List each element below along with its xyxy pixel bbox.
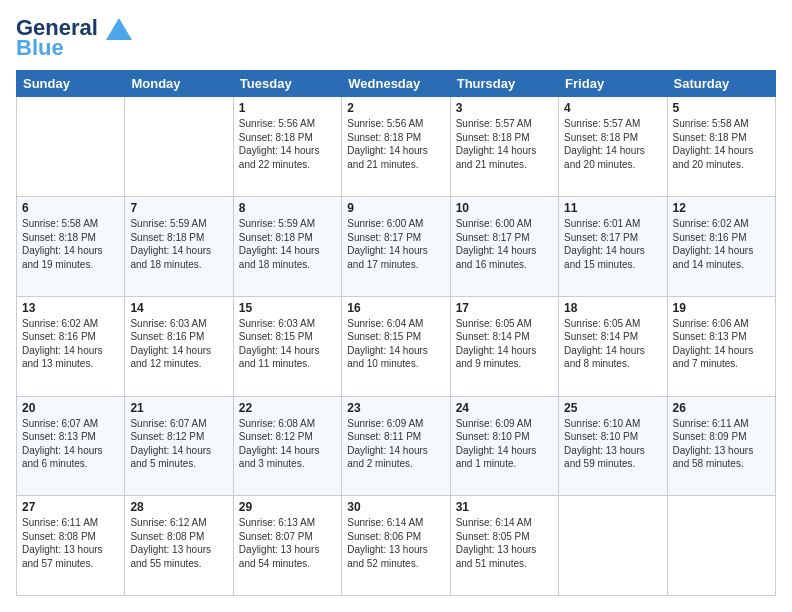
day-number: 10 bbox=[456, 201, 553, 215]
calendar-header-sunday: Sunday bbox=[17, 71, 125, 97]
cell-content: Sunrise: 5:56 AM Sunset: 8:18 PM Dayligh… bbox=[347, 117, 444, 171]
calendar-week-4: 20Sunrise: 6:07 AM Sunset: 8:13 PM Dayli… bbox=[17, 396, 776, 496]
day-number: 11 bbox=[564, 201, 661, 215]
cell-content: Sunrise: 5:59 AM Sunset: 8:18 PM Dayligh… bbox=[239, 217, 336, 271]
calendar-cell bbox=[125, 97, 233, 197]
day-number: 14 bbox=[130, 301, 227, 315]
day-number: 6 bbox=[22, 201, 119, 215]
day-number: 12 bbox=[673, 201, 770, 215]
calendar-cell: 3Sunrise: 5:57 AM Sunset: 8:18 PM Daylig… bbox=[450, 97, 558, 197]
cell-content: Sunrise: 6:04 AM Sunset: 8:15 PM Dayligh… bbox=[347, 317, 444, 371]
calendar-header-thursday: Thursday bbox=[450, 71, 558, 97]
cell-content: Sunrise: 6:01 AM Sunset: 8:17 PM Dayligh… bbox=[564, 217, 661, 271]
calendar-week-3: 13Sunrise: 6:02 AM Sunset: 8:16 PM Dayli… bbox=[17, 296, 776, 396]
calendar-cell: 4Sunrise: 5:57 AM Sunset: 8:18 PM Daylig… bbox=[559, 97, 667, 197]
cell-content: Sunrise: 6:11 AM Sunset: 8:09 PM Dayligh… bbox=[673, 417, 770, 471]
calendar-cell: 26Sunrise: 6:11 AM Sunset: 8:09 PM Dayli… bbox=[667, 396, 775, 496]
cell-content: Sunrise: 5:57 AM Sunset: 8:18 PM Dayligh… bbox=[456, 117, 553, 171]
calendar-cell: 23Sunrise: 6:09 AM Sunset: 8:11 PM Dayli… bbox=[342, 396, 450, 496]
logo: General Blue bbox=[16, 16, 132, 60]
day-number: 3 bbox=[456, 101, 553, 115]
calendar-cell: 31Sunrise: 6:14 AM Sunset: 8:05 PM Dayli… bbox=[450, 496, 558, 596]
calendar-cell: 15Sunrise: 6:03 AM Sunset: 8:15 PM Dayli… bbox=[233, 296, 341, 396]
calendar-header-wednesday: Wednesday bbox=[342, 71, 450, 97]
calendar-cell: 17Sunrise: 6:05 AM Sunset: 8:14 PM Dayli… bbox=[450, 296, 558, 396]
cell-content: Sunrise: 5:58 AM Sunset: 8:18 PM Dayligh… bbox=[673, 117, 770, 171]
cell-content: Sunrise: 6:02 AM Sunset: 8:16 PM Dayligh… bbox=[673, 217, 770, 271]
calendar-header-row: SundayMondayTuesdayWednesdayThursdayFrid… bbox=[17, 71, 776, 97]
cell-content: Sunrise: 6:00 AM Sunset: 8:17 PM Dayligh… bbox=[347, 217, 444, 271]
cell-content: Sunrise: 6:05 AM Sunset: 8:14 PM Dayligh… bbox=[564, 317, 661, 371]
calendar-header-saturday: Saturday bbox=[667, 71, 775, 97]
cell-content: Sunrise: 6:10 AM Sunset: 8:10 PM Dayligh… bbox=[564, 417, 661, 471]
calendar-header-tuesday: Tuesday bbox=[233, 71, 341, 97]
calendar-cell: 28Sunrise: 6:12 AM Sunset: 8:08 PM Dayli… bbox=[125, 496, 233, 596]
calendar-cell: 16Sunrise: 6:04 AM Sunset: 8:15 PM Dayli… bbox=[342, 296, 450, 396]
day-number: 4 bbox=[564, 101, 661, 115]
cell-content: Sunrise: 6:00 AM Sunset: 8:17 PM Dayligh… bbox=[456, 217, 553, 271]
day-number: 25 bbox=[564, 401, 661, 415]
day-number: 7 bbox=[130, 201, 227, 215]
day-number: 20 bbox=[22, 401, 119, 415]
cell-content: Sunrise: 6:06 AM Sunset: 8:13 PM Dayligh… bbox=[673, 317, 770, 371]
day-number: 9 bbox=[347, 201, 444, 215]
cell-content: Sunrise: 6:05 AM Sunset: 8:14 PM Dayligh… bbox=[456, 317, 553, 371]
calendar-week-1: 1Sunrise: 5:56 AM Sunset: 8:18 PM Daylig… bbox=[17, 97, 776, 197]
cell-content: Sunrise: 6:14 AM Sunset: 8:06 PM Dayligh… bbox=[347, 516, 444, 570]
calendar-cell: 2Sunrise: 5:56 AM Sunset: 8:18 PM Daylig… bbox=[342, 97, 450, 197]
cell-content: Sunrise: 6:07 AM Sunset: 8:13 PM Dayligh… bbox=[22, 417, 119, 471]
cell-content: Sunrise: 5:56 AM Sunset: 8:18 PM Dayligh… bbox=[239, 117, 336, 171]
calendar-week-5: 27Sunrise: 6:11 AM Sunset: 8:08 PM Dayli… bbox=[17, 496, 776, 596]
day-number: 15 bbox=[239, 301, 336, 315]
calendar-cell: 27Sunrise: 6:11 AM Sunset: 8:08 PM Dayli… bbox=[17, 496, 125, 596]
calendar-cell: 6Sunrise: 5:58 AM Sunset: 8:18 PM Daylig… bbox=[17, 197, 125, 297]
calendar-header-friday: Friday bbox=[559, 71, 667, 97]
cell-content: Sunrise: 6:07 AM Sunset: 8:12 PM Dayligh… bbox=[130, 417, 227, 471]
calendar-cell: 22Sunrise: 6:08 AM Sunset: 8:12 PM Dayli… bbox=[233, 396, 341, 496]
calendar-cell: 24Sunrise: 6:09 AM Sunset: 8:10 PM Dayli… bbox=[450, 396, 558, 496]
cell-content: Sunrise: 6:13 AM Sunset: 8:07 PM Dayligh… bbox=[239, 516, 336, 570]
calendar-cell: 30Sunrise: 6:14 AM Sunset: 8:06 PM Dayli… bbox=[342, 496, 450, 596]
day-number: 21 bbox=[130, 401, 227, 415]
cell-content: Sunrise: 6:09 AM Sunset: 8:11 PM Dayligh… bbox=[347, 417, 444, 471]
calendar-cell: 25Sunrise: 6:10 AM Sunset: 8:10 PM Dayli… bbox=[559, 396, 667, 496]
cell-content: Sunrise: 6:09 AM Sunset: 8:10 PM Dayligh… bbox=[456, 417, 553, 471]
calendar-table: SundayMondayTuesdayWednesdayThursdayFrid… bbox=[16, 70, 776, 596]
calendar-cell: 1Sunrise: 5:56 AM Sunset: 8:18 PM Daylig… bbox=[233, 97, 341, 197]
day-number: 28 bbox=[130, 500, 227, 514]
day-number: 29 bbox=[239, 500, 336, 514]
cell-content: Sunrise: 6:03 AM Sunset: 8:15 PM Dayligh… bbox=[239, 317, 336, 371]
day-number: 19 bbox=[673, 301, 770, 315]
cell-content: Sunrise: 6:03 AM Sunset: 8:16 PM Dayligh… bbox=[130, 317, 227, 371]
day-number: 13 bbox=[22, 301, 119, 315]
calendar-cell: 21Sunrise: 6:07 AM Sunset: 8:12 PM Dayli… bbox=[125, 396, 233, 496]
calendar-header-monday: Monday bbox=[125, 71, 233, 97]
calendar-cell: 18Sunrise: 6:05 AM Sunset: 8:14 PM Dayli… bbox=[559, 296, 667, 396]
calendar-cell: 9Sunrise: 6:00 AM Sunset: 8:17 PM Daylig… bbox=[342, 197, 450, 297]
calendar-cell: 20Sunrise: 6:07 AM Sunset: 8:13 PM Dayli… bbox=[17, 396, 125, 496]
header: General Blue bbox=[16, 16, 776, 60]
calendar-cell: 10Sunrise: 6:00 AM Sunset: 8:17 PM Dayli… bbox=[450, 197, 558, 297]
day-number: 8 bbox=[239, 201, 336, 215]
calendar-cell: 19Sunrise: 6:06 AM Sunset: 8:13 PM Dayli… bbox=[667, 296, 775, 396]
day-number: 27 bbox=[22, 500, 119, 514]
day-number: 31 bbox=[456, 500, 553, 514]
day-number: 18 bbox=[564, 301, 661, 315]
cell-content: Sunrise: 6:08 AM Sunset: 8:12 PM Dayligh… bbox=[239, 417, 336, 471]
day-number: 16 bbox=[347, 301, 444, 315]
calendar-cell: 29Sunrise: 6:13 AM Sunset: 8:07 PM Dayli… bbox=[233, 496, 341, 596]
logo-icon bbox=[106, 18, 132, 40]
calendar-cell: 8Sunrise: 5:59 AM Sunset: 8:18 PM Daylig… bbox=[233, 197, 341, 297]
day-number: 23 bbox=[347, 401, 444, 415]
cell-content: Sunrise: 5:58 AM Sunset: 8:18 PM Dayligh… bbox=[22, 217, 119, 271]
calendar-cell bbox=[667, 496, 775, 596]
calendar-week-2: 6Sunrise: 5:58 AM Sunset: 8:18 PM Daylig… bbox=[17, 197, 776, 297]
cell-content: Sunrise: 5:57 AM Sunset: 8:18 PM Dayligh… bbox=[564, 117, 661, 171]
calendar-cell: 7Sunrise: 5:59 AM Sunset: 8:18 PM Daylig… bbox=[125, 197, 233, 297]
cell-content: Sunrise: 6:11 AM Sunset: 8:08 PM Dayligh… bbox=[22, 516, 119, 570]
svg-marker-0 bbox=[106, 18, 132, 40]
calendar-cell: 5Sunrise: 5:58 AM Sunset: 8:18 PM Daylig… bbox=[667, 97, 775, 197]
day-number: 5 bbox=[673, 101, 770, 115]
calendar-cell: 11Sunrise: 6:01 AM Sunset: 8:17 PM Dayli… bbox=[559, 197, 667, 297]
page: General Blue SundayMondayTuesdayWednesda… bbox=[0, 0, 792, 612]
